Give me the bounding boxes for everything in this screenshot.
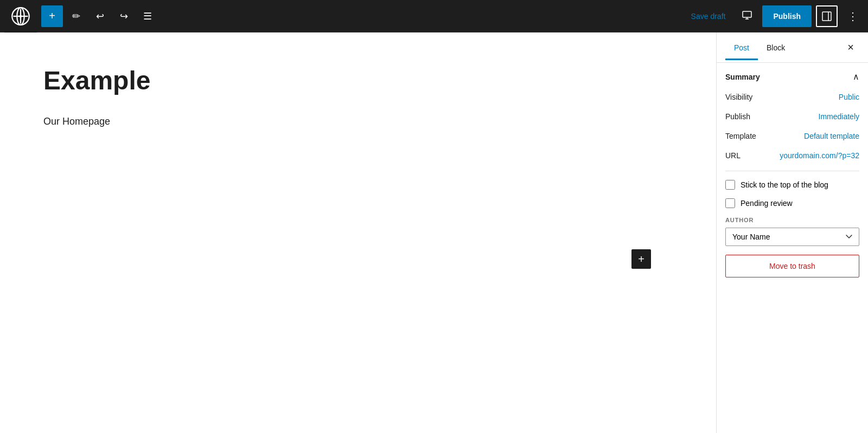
publish-row: Publish Immediately [725, 112, 859, 121]
list-view-icon: ☰ [143, 10, 152, 22]
visibility-row: Visibility Public [725, 93, 859, 101]
stick-to-top-label: Stick to the top of the blog [741, 180, 828, 189]
tools-button[interactable]: ✏ [65, 5, 87, 27]
add-block-button[interactable]: + [41, 5, 63, 27]
publish-value[interactable]: Immediately [819, 112, 859, 121]
visibility-value[interactable]: Public [839, 93, 859, 101]
url-label: URL [725, 151, 741, 160]
toolbar: + ✏ ↩ ↪ ☰ Save draft Publish [0, 0, 868, 33]
chevron-up-icon[interactable]: ∧ [853, 72, 859, 82]
pending-review-label: Pending review [741, 199, 793, 208]
summary-section-header: Summary ∧ [725, 72, 859, 82]
undo-button[interactable]: ↩ [89, 5, 111, 27]
post-content[interactable]: Our Homepage [43, 114, 673, 130]
author-select[interactable]: Your Name Admin [725, 228, 859, 246]
template-row: Template Default template [725, 132, 859, 140]
svg-rect-5 [743, 11, 751, 17]
sidebar-close-button[interactable]: × [842, 39, 859, 56]
tab-block[interactable]: Block [758, 36, 794, 60]
undo-icon: ↩ [96, 10, 104, 22]
template-label: Template [725, 132, 756, 140]
more-vertical-icon: ⋮ [847, 10, 858, 23]
move-to-trash-button[interactable]: Move to trash [725, 255, 859, 277]
template-value[interactable]: Default template [804, 132, 859, 140]
sidebar-tabs: Post Block [725, 36, 842, 60]
tab-post[interactable]: Post [725, 36, 758, 60]
main-layout: Example Our Homepage + Post Block × Summ… [0, 33, 868, 433]
visibility-label: Visibility [725, 93, 752, 101]
sidebar: Post Block × Summary ∧ Visibility Public… [716, 33, 868, 433]
sidebar-content: Summary ∧ Visibility Public Publish Imme… [717, 63, 868, 433]
sidebar-header: Post Block × [717, 33, 868, 63]
monitor-icon [742, 10, 752, 22]
list-view-button[interactable]: ☰ [137, 5, 158, 27]
publish-button[interactable]: Publish [762, 5, 812, 27]
divider-1 [725, 171, 859, 171]
wp-logo[interactable] [4, 0, 37, 33]
url-value[interactable]: yourdomain.com/?p=32 [780, 151, 859, 160]
preview-button[interactable] [736, 5, 758, 27]
summary-title: Summary [725, 73, 760, 81]
stick-to-top-checkbox[interactable] [725, 180, 735, 190]
svg-rect-8 [822, 12, 831, 21]
more-options-button[interactable]: ⋮ [842, 5, 864, 27]
sidebar-toggle-button[interactable] [816, 5, 838, 27]
pending-checkbox-row: Pending review [725, 198, 859, 208]
author-section-label: AUTHOR [725, 217, 859, 223]
redo-icon: ↪ [120, 10, 128, 22]
url-row: URL yourdomain.com/?p=32 [725, 151, 859, 160]
post-title[interactable]: Example [43, 65, 673, 96]
pencil-icon: ✏ [72, 10, 80, 22]
publish-label: Publish [725, 112, 750, 121]
redo-button[interactable]: ↪ [113, 5, 135, 27]
stick-checkbox-row: Stick to the top of the blog [725, 180, 859, 190]
toolbar-right: Save draft Publish ⋮ [685, 5, 864, 27]
block-inserter-button[interactable]: + [631, 249, 651, 269]
save-draft-button[interactable]: Save draft [685, 8, 732, 25]
author-section: AUTHOR Your Name Admin [725, 217, 859, 246]
toolbar-left: + ✏ ↩ ↪ ☰ [41, 5, 685, 27]
editor-area: Example Our Homepage + [0, 33, 716, 433]
pending-review-checkbox[interactable] [725, 198, 735, 208]
